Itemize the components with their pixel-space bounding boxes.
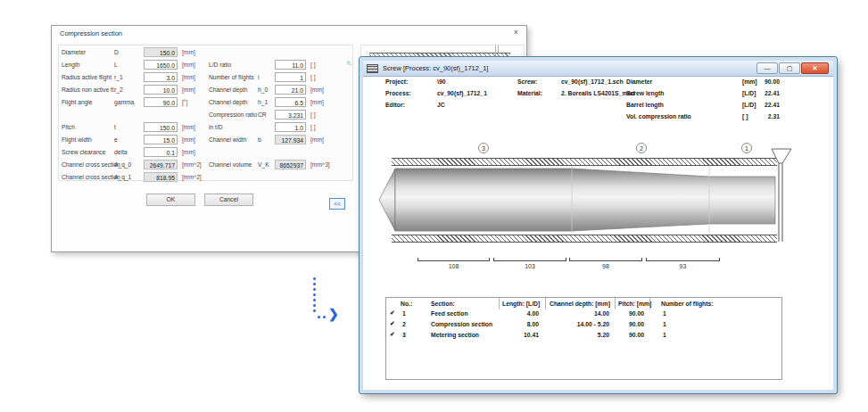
field-symbol: CR bbox=[258, 111, 267, 118]
col-header-section: Section: bbox=[431, 301, 455, 307]
cell-depth: 14.00 bbox=[547, 310, 609, 317]
compression-ratio-field[interactable]: 3.231 bbox=[275, 110, 306, 119]
info-value: 22.41 bbox=[753, 102, 780, 108]
cross-section-0-field[interactable]: 2649.717 bbox=[144, 160, 178, 169]
info-label: Editor: bbox=[385, 102, 405, 108]
section-marker-2: 2 bbox=[636, 143, 647, 153]
ok-button[interactable]: OK bbox=[146, 194, 195, 206]
dimension-bracket bbox=[569, 258, 642, 261]
table-row[interactable]: ✔ 2 Compression section 8.00 14.00 - 5.2… bbox=[386, 321, 781, 332]
sketch-depth-label: h, bbox=[347, 60, 351, 66]
field-label: Screw clearance bbox=[62, 149, 105, 155]
screw-window: Screw [Process: cv_90(sf)_1712_1] — ▢ ✕ … bbox=[360, 57, 837, 393]
flight-width-field[interactable]: 15.0 bbox=[144, 135, 178, 144]
channel-width-field[interactable]: 127.934 bbox=[275, 135, 306, 144]
cell-section: Feed section bbox=[431, 310, 468, 317]
field-symbol: r_2 bbox=[114, 87, 123, 93]
field-unit: [mm] bbox=[182, 49, 195, 55]
cell-section: Compression section bbox=[431, 321, 492, 327]
channel-depth-0-field[interactable]: 21.0 bbox=[275, 85, 306, 95]
sections-table: No.: Section: Length: [L/D] Channel dept… bbox=[385, 297, 782, 380]
table-row[interactable]: ✔ 1 Feed section 4.00 14.00 90.00 1 bbox=[386, 310, 781, 321]
field-unit: [mm] bbox=[310, 136, 324, 143]
field-label: Channel width bbox=[209, 136, 246, 143]
col-header-depth: Channel depth: [mm] bbox=[550, 301, 610, 307]
col-header-pitch: Pitch: [mm] bbox=[618, 301, 651, 307]
section-marker-1: 1 bbox=[741, 143, 752, 153]
field-symbol: L bbox=[114, 62, 118, 68]
pitch-field[interactable]: 150.0 bbox=[144, 122, 178, 132]
screw-clearance-field[interactable]: 0.1 bbox=[144, 147, 178, 157]
diameter-field[interactable]: 150.0 bbox=[144, 47, 178, 57]
field-symbol: t bbox=[114, 124, 116, 130]
info-label: Screw length bbox=[626, 90, 664, 96]
flight-angle-field[interactable]: 90.0 bbox=[144, 97, 178, 107]
field-unit: [ ] bbox=[310, 74, 316, 80]
channel-depth-1-field[interactable]: 6.5 bbox=[275, 97, 306, 107]
info-value: 90.00 bbox=[753, 78, 780, 85]
info-value: cv_90(sf)_1712_1.sch bbox=[561, 78, 624, 85]
field-unit: [°] bbox=[182, 99, 187, 105]
field-unit: [mm] bbox=[182, 87, 195, 93]
field-label: Diameter bbox=[62, 49, 86, 55]
field-unit: [mm] bbox=[182, 74, 195, 80]
screw-window-titlebar[interactable]: Screw [Process: cv_90(sf)_1712_1] — ▢ ✕ bbox=[363, 61, 833, 77]
window-title: Screw [Process: cv_90(sf)_1712_1] bbox=[383, 64, 488, 72]
field-symbol: gamma bbox=[114, 99, 134, 105]
cross-section-1-field[interactable]: 818.95 bbox=[144, 172, 178, 182]
cancel-button[interactable]: Cancel bbox=[204, 194, 253, 206]
cell-pitch: 90.00 bbox=[616, 321, 644, 327]
screw-window-content: Project: \90 Process: cv_90(sf)_1712_1 E… bbox=[363, 77, 833, 390]
field-unit: [ ] bbox=[310, 124, 316, 130]
dimension-bracket bbox=[646, 258, 720, 261]
field-symbol: h_0 bbox=[258, 87, 268, 93]
info-label: Vol. compression ratio bbox=[626, 113, 691, 119]
field-symbol: b bbox=[258, 136, 261, 143]
field-label: Number of flights bbox=[209, 74, 254, 80]
field-symbol: h_1 bbox=[258, 99, 268, 105]
close-button[interactable]: ✕ bbox=[801, 62, 829, 74]
cell-section: Metering section bbox=[431, 332, 479, 338]
field-unit: [mm] bbox=[182, 62, 195, 68]
field-unit: [ ] bbox=[310, 62, 316, 68]
dimension-label: 103 bbox=[493, 263, 566, 269]
info-unit: [ ] bbox=[742, 113, 748, 119]
field-label: Channel volume bbox=[209, 161, 252, 168]
channel-volume-field[interactable]: 8652937 bbox=[275, 160, 306, 169]
field-label: Pitch bbox=[62, 124, 75, 130]
cell-no: 3 bbox=[402, 332, 406, 338]
close-icon[interactable]: × bbox=[514, 28, 518, 37]
collapse-button[interactable]: << bbox=[329, 198, 345, 210]
check-icon: ✔ bbox=[390, 309, 395, 317]
info-label: Material: bbox=[517, 90, 542, 96]
radius-active-field[interactable]: 3.0 bbox=[144, 72, 178, 82]
cell-no: 1 bbox=[402, 310, 406, 317]
screw-tip bbox=[379, 169, 395, 231]
ld-ratio-field[interactable]: 11.0 bbox=[275, 60, 306, 70]
radius-nonactive-field[interactable]: 10.0 bbox=[144, 85, 178, 95]
in-td-field[interactable]: 1.0 bbox=[275, 122, 306, 132]
field-label: Channel depth bbox=[209, 87, 248, 93]
field-unit: [mm] bbox=[310, 87, 324, 93]
field-symbol: e bbox=[114, 136, 118, 143]
cell-depth: 14.00 - 5.20 bbox=[547, 321, 609, 327]
field-label: Channel depth bbox=[209, 99, 248, 105]
maximize-button[interactable]: ▢ bbox=[779, 62, 800, 74]
field-symbol: r_1 bbox=[114, 74, 123, 80]
flights-field[interactable]: 1 bbox=[275, 72, 306, 82]
field-label: Radius active flight bbox=[62, 74, 112, 80]
dimension-bracket bbox=[493, 258, 566, 261]
col-header-flights: Number of flights: bbox=[661, 301, 714, 307]
barrel-wall-bottom bbox=[392, 235, 777, 243]
table-row[interactable]: ✔ 3 Metering section 10.41 5.20 90.00 1 bbox=[386, 332, 781, 342]
screw-icon bbox=[367, 64, 378, 73]
field-unit: [mm] bbox=[310, 99, 324, 105]
info-value: 2.31 bbox=[753, 113, 780, 119]
dimension-label: 108 bbox=[417, 263, 490, 269]
info-value: 22.41 bbox=[753, 90, 780, 96]
length-field[interactable]: 1650.0 bbox=[144, 60, 178, 70]
minimize-button[interactable]: — bbox=[756, 62, 778, 74]
cell-pitch: 90.00 bbox=[616, 332, 644, 338]
cell-length: 8.00 bbox=[499, 321, 539, 327]
field-unit: [mm^3] bbox=[310, 161, 330, 168]
